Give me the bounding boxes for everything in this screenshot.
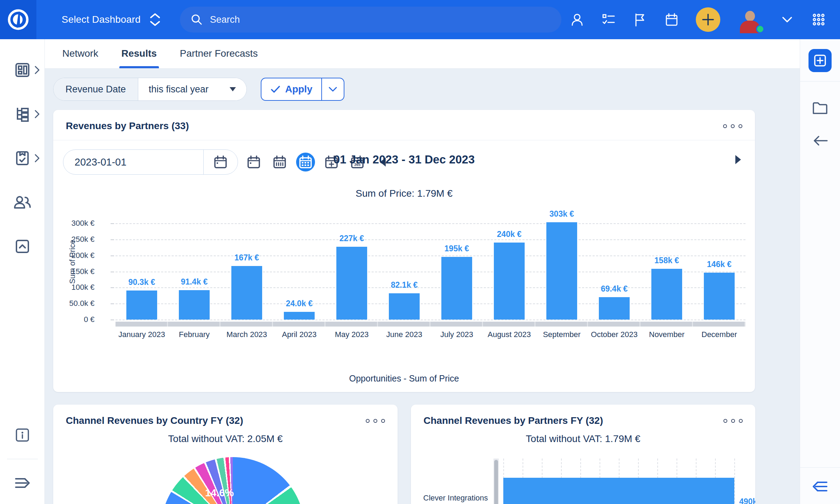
x-axis-label: April 2023 <box>273 330 326 339</box>
gridline <box>734 458 735 504</box>
tab-partner-forecasts[interactable]: Partner Forecasts <box>180 48 258 68</box>
x-axis-label: June 2023 <box>378 330 430 339</box>
apply-button[interactable]: Apply <box>261 78 322 100</box>
sidebar-item-projects[interactable] <box>0 147 45 169</box>
bar-value-label: 91.4k € <box>168 277 220 287</box>
date-picker-button[interactable] <box>204 149 238 175</box>
y-axis-tick-label: 250k € <box>46 235 94 244</box>
flag-icon[interactable] <box>633 12 648 27</box>
x-axis-scrollbar[interactable] <box>115 322 746 327</box>
folder-icon <box>812 101 828 115</box>
y-axis-tick-label: 150k € <box>46 267 94 276</box>
bar-December[interactable] <box>704 273 735 320</box>
profile-chevron-down-icon[interactable] <box>780 12 794 27</box>
bar-category-label: Clever Integrations <box>411 493 488 503</box>
collapse-panel-button[interactable] <box>811 479 830 493</box>
pie-graphic[interactable] <box>161 457 304 504</box>
expand-sidebar-button[interactable] <box>0 472 45 494</box>
tab-results[interactable]: Results <box>121 48 157 68</box>
chevron-right-icon <box>34 154 40 163</box>
axis-tick <box>111 272 114 272</box>
bar-Clever Integrations[interactable] <box>503 478 734 504</box>
y-axis-tick-label: 100k € <box>46 283 94 292</box>
x-axis-label: September <box>536 330 588 339</box>
bar-February[interactable] <box>179 290 210 320</box>
calendar-day-button[interactable] <box>244 153 263 172</box>
bar-June 2023[interactable] <box>389 293 420 320</box>
sidebar-item-dashboards[interactable] <box>0 59 45 81</box>
search-input[interactable]: Search <box>180 7 561 33</box>
gridline <box>115 239 746 240</box>
bar-May 2023[interactable] <box>336 247 367 320</box>
apply-options-button[interactable] <box>322 78 344 100</box>
bar-value-label: 90.3k € <box>115 278 168 287</box>
sidebar-item-hierarchy[interactable] <box>0 103 45 125</box>
next-period-button[interactable] <box>735 154 742 165</box>
bar-October 2023[interactable] <box>599 297 630 320</box>
app-logo[interactable] <box>0 0 36 39</box>
widget-menu-button[interactable] <box>366 419 385 423</box>
bar-July 2023[interactable] <box>441 257 472 320</box>
dashboard-content: Revenue Date this fiscal year Apply Reve… <box>45 69 800 504</box>
user-icon[interactable] <box>570 12 584 27</box>
pie-slice-label: 14.6% <box>191 487 247 499</box>
calendar-month-button[interactable] <box>296 153 315 172</box>
bar-value-label: 195k € <box>430 244 483 253</box>
widget-menu-button[interactable] <box>723 124 742 128</box>
tab-network[interactable]: Network <box>62 48 98 68</box>
apps-grid-icon[interactable] <box>811 12 826 27</box>
calendar-week-button[interactable] <box>270 153 289 172</box>
collapse-left-icon <box>811 479 830 493</box>
calendar-icon[interactable] <box>664 12 679 27</box>
date-range-title: 01 Jan 2023 - 31 Dec 2023 <box>334 153 475 166</box>
filter-value: this fiscal year <box>149 84 209 95</box>
bar-January 2023[interactable] <box>126 290 157 320</box>
chart-total-label: Sum of Price: 1.79M € <box>53 188 755 199</box>
axis-tick <box>111 239 114 240</box>
bar-value-label: 146k € <box>693 260 746 269</box>
divider <box>7 459 38 459</box>
date-input[interactable] <box>63 156 203 168</box>
x-axis-label: July 2023 <box>430 330 483 339</box>
bar-April 2023[interactable] <box>284 312 315 320</box>
bar-August 2023[interactable] <box>494 243 525 320</box>
main-area: Network Results Partner Forecasts Revenu… <box>45 39 800 504</box>
search-icon <box>190 13 203 26</box>
info-button[interactable] <box>0 424 45 446</box>
widget-menu-button[interactable] <box>723 419 743 423</box>
calendar-day-icon <box>213 155 228 169</box>
chart-scrollbar[interactable] <box>493 458 499 504</box>
sidebar-item-export[interactable] <box>0 235 45 258</box>
folder-button[interactable] <box>812 101 828 115</box>
arrow-left-icon <box>812 135 828 147</box>
x-axis-label: March 2023 <box>220 330 273 339</box>
dashboard-selector[interactable]: Select Dashboard <box>62 13 160 26</box>
y-axis-tick-label: 50.0k € <box>46 299 94 308</box>
info-icon <box>14 427 30 443</box>
bar-value-label: 69.4k € <box>588 284 640 294</box>
select-caret-icon <box>230 87 236 91</box>
bar-March 2023[interactable] <box>231 266 262 320</box>
chart-total-label: Total without VAT: 1.79M € <box>411 433 755 444</box>
divider <box>800 467 840 468</box>
bar-September[interactable] <box>546 222 577 320</box>
hierarchy-icon <box>13 105 31 123</box>
y-axis-tick-label: 200k € <box>46 251 94 260</box>
fiscal-year-select[interactable]: this fiscal year <box>138 78 246 100</box>
sidebar-item-contacts[interactable] <box>0 191 45 214</box>
chart-footer-label: Opportunities - Sum of Price <box>53 373 755 384</box>
quick-add-button[interactable] <box>696 7 720 32</box>
tasks-icon[interactable] <box>601 12 616 27</box>
back-button[interactable] <box>812 135 828 147</box>
chevron-right-icon <box>34 65 40 75</box>
revenues-bar-chart: Sum of Price 300k €250k €200k €150k €100… <box>63 215 741 351</box>
gridline <box>115 303 746 304</box>
avatar[interactable] <box>737 7 763 33</box>
bar-November[interactable] <box>651 269 682 320</box>
gridline <box>115 287 746 288</box>
online-status-dot <box>756 25 764 33</box>
add-widget-button[interactable] <box>808 49 832 72</box>
y-axis-tick-label: 0 € <box>46 315 94 324</box>
select-updown-icon <box>150 13 160 26</box>
y-axis-tick-label: 300k € <box>46 219 94 228</box>
